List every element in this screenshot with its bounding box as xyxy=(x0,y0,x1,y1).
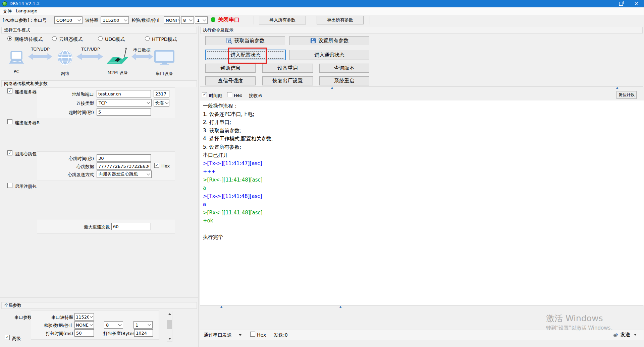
conn-type-select[interactable]: TCP xyxy=(97,99,152,107)
sent-count: 发送:0 xyxy=(274,332,288,338)
factory-reset-button[interactable]: 恢复出厂设置 xyxy=(262,76,313,85)
chevron-down-icon[interactable] xyxy=(239,334,241,336)
server-a-checkbox[interactable]: ✓ xyxy=(7,88,12,93)
timeout-label: 超时时间(秒) xyxy=(57,110,94,116)
parity-select[interactable]: NONI xyxy=(164,16,180,24)
g-baud-select[interactable]: 115200 xyxy=(74,313,94,321)
search-document-icon xyxy=(226,38,232,44)
server-address-input[interactable] xyxy=(97,90,151,97)
log-line: 一般操作流程： xyxy=(203,102,643,110)
app-icon xyxy=(2,1,7,6)
baud-select[interactable]: 115200 xyxy=(101,16,129,24)
advanced-checkbox[interactable]: ✓ xyxy=(5,335,10,340)
enter-comm-button[interactable]: 进入通讯状态 xyxy=(289,50,369,60)
query-version-label: 查询版本 xyxy=(334,65,355,71)
chevron-down-icon xyxy=(147,101,150,104)
timestamp-label: 时间戳 xyxy=(209,93,222,99)
link-label-tcpudp-2: TCP/UDP xyxy=(79,47,102,52)
hb-mode-label: 心跳发送方式 xyxy=(57,172,94,178)
g-databits-select[interactable]: 8 xyxy=(104,321,123,329)
import-all-button[interactable]: 导入所有参数 xyxy=(259,16,306,24)
get-params-button[interactable]: 获取当前参数 xyxy=(205,36,285,45)
databits-select[interactable]: 8 xyxy=(181,16,194,24)
log-line: 5. 设置所有参数; xyxy=(203,143,643,151)
help-button[interactable]: 帮助信息 xyxy=(205,64,256,73)
hb-data-label: 心跳数据 xyxy=(60,164,94,170)
log-line-rx: a xyxy=(203,184,643,192)
title-bar: DR514 V2.1.3 × xyxy=(0,0,644,7)
set-params-button[interactable]: 设置所有参数 xyxy=(289,36,369,45)
send-button-label: 发送 xyxy=(620,332,630,338)
hb-mode-select[interactable]: 向服务器发送心跳包 xyxy=(97,170,152,178)
minimize-button[interactable] xyxy=(598,0,613,7)
reconnect-input[interactable] xyxy=(111,223,151,230)
red-highlight-annotation xyxy=(228,48,267,64)
log-line: 执行完毕 xyxy=(203,233,643,241)
com-port-select[interactable]: COM10 xyxy=(54,16,83,24)
pack-time-input[interactable] xyxy=(74,329,94,337)
scroll-down-button[interactable] xyxy=(167,336,172,341)
reboot-device-label: 设备重启 xyxy=(278,65,298,71)
scroll-up-button[interactable] xyxy=(167,311,172,317)
pack-len-input[interactable] xyxy=(134,329,153,337)
menu-file[interactable]: 文件 xyxy=(3,8,12,14)
radio-net-transparent[interactable] xyxy=(7,36,12,41)
radio-udc[interactable] xyxy=(98,36,103,41)
log-line-tx: a xyxy=(203,200,643,209)
chevron-down-icon xyxy=(90,323,93,326)
radio-cloud-scada-label: 云组态模式 xyxy=(59,37,83,43)
restore-button[interactable] xyxy=(613,0,629,7)
timestamp-checkbox[interactable]: ✓ xyxy=(202,92,207,97)
conn-mode-select[interactable]: 长连 xyxy=(154,99,169,107)
timeout-input[interactable] xyxy=(97,108,151,116)
g-parity-select[interactable]: NONE xyxy=(74,321,94,329)
pack-len-label: 打包长度(Bytes) xyxy=(103,331,133,337)
log-hex-checkbox[interactable] xyxy=(227,92,232,97)
get-params-label: 获取当前参数 xyxy=(234,38,265,44)
register-checkbox[interactable] xyxy=(7,183,12,188)
log-line xyxy=(203,225,643,233)
send-button[interactable]: 发送 xyxy=(612,332,637,338)
log-output-area[interactable]: 一般操作流程： 1. 设备连PC串口,上电; 2. 打开串口; 3. 获取当前参… xyxy=(200,100,644,305)
server-b-checkbox[interactable] xyxy=(7,119,12,124)
scrollbar-thumb[interactable] xyxy=(167,320,172,329)
close-port-button[interactable]: 关闭串口 xyxy=(218,16,239,23)
send-hex-checkbox[interactable] xyxy=(250,332,255,337)
conn-mode-value: 长连 xyxy=(155,100,164,106)
log-splitter-top[interactable]: ▲ ▲ xyxy=(200,86,643,89)
chevron-down-icon xyxy=(118,323,122,326)
hb-data-input[interactable] xyxy=(97,162,151,170)
advanced-label: 高级 xyxy=(12,336,21,342)
left-panel-divider xyxy=(0,297,198,298)
chevron-down-icon xyxy=(203,18,206,21)
radio-httpd[interactable] xyxy=(145,36,150,41)
heartbeat-checkbox[interactable]: ✓ xyxy=(7,150,12,155)
g-stopbits-select[interactable]: 1 xyxy=(133,321,153,329)
log-line-rx: >[Rx<-][11:41:48][asc] xyxy=(203,176,643,184)
menu-language[interactable]: Language xyxy=(16,8,37,13)
log-splitter-bottom[interactable]: ▲ ▲ xyxy=(200,305,643,308)
reboot-device-button[interactable]: 设备重启 xyxy=(262,64,313,73)
query-signal-button[interactable]: 查信号强度 xyxy=(205,76,256,85)
close-button[interactable]: × xyxy=(629,0,644,7)
commands-section-header: 执行命令及提示 xyxy=(200,27,643,33)
chevron-down-icon xyxy=(124,18,127,21)
pc-serial-params-label: [PC串口参数]：串口号 xyxy=(3,17,47,23)
help-label: 帮助信息 xyxy=(220,65,240,71)
export-all-button[interactable]: 导出所有参数 xyxy=(317,16,364,24)
reset-count-button[interactable]: 复位计数 xyxy=(616,91,637,99)
toolbar-separator xyxy=(370,16,370,24)
log-line-rx: >[Rx<-][11:41:48][asc] xyxy=(203,209,643,217)
hb-time-input[interactable] xyxy=(97,154,151,162)
radio-cloud-scada[interactable] xyxy=(52,36,57,41)
query-version-button[interactable]: 查询版本 xyxy=(319,64,369,73)
system-reboot-button[interactable]: 系统重启 xyxy=(319,76,369,85)
send-hex-label: Hex xyxy=(257,332,266,338)
server-port-input[interactable] xyxy=(154,90,169,97)
hb-hex-checkbox[interactable]: ✓ xyxy=(154,163,159,168)
send-via-dropdown[interactable]: 通过串口发送 xyxy=(204,332,232,338)
link-label-tcpudp-1: TCP/UDP xyxy=(29,47,52,52)
left-scrollbar[interactable] xyxy=(167,311,172,342)
stopbits-select[interactable]: 1 xyxy=(195,16,208,24)
radio-dot-icon xyxy=(9,38,11,40)
